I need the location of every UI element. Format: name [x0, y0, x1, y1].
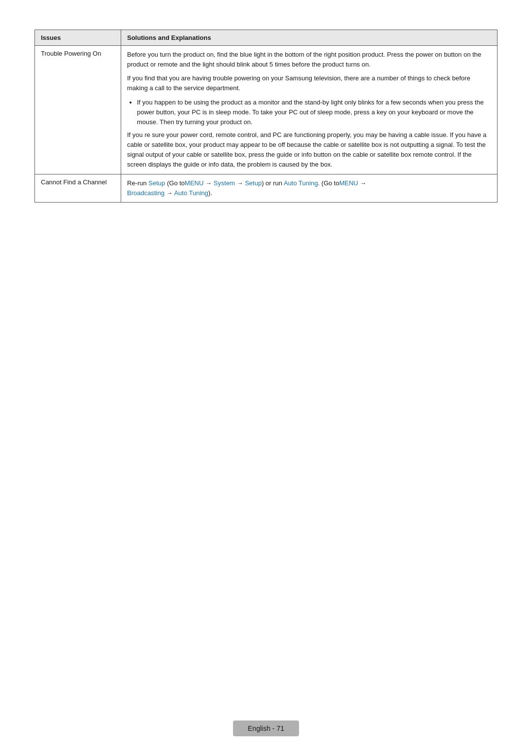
solution-cell: Re-run Setup (Go toMENU → System → Setup… [121, 174, 498, 202]
auto-tuning-link-1[interactable]: Auto Tuning [284, 179, 318, 187]
page-container: Issues Solutions and Explanations Troubl… [0, 0, 532, 756]
issue-label: Trouble Powering On [35, 46, 121, 174]
arrow-4: → [165, 189, 174, 197]
channel-solution-para: Re-run Setup (Go toMENU → System → Setup… [127, 178, 491, 198]
menu-link-2[interactable]: MENU [339, 179, 358, 187]
setup-link-1[interactable]: Setup [148, 179, 165, 187]
prefix-text: Re-run [127, 179, 148, 187]
table-header-row: Issues Solutions and Explanations [35, 30, 498, 46]
arrow-2: → [235, 179, 245, 187]
broadcasting-link[interactable]: Broadcasting [127, 189, 165, 197]
auto-tuning-link-2[interactable]: Auto Tuning [174, 189, 208, 197]
issue-text: Trouble Powering On [41, 50, 101, 57]
arrow-1: → [203, 179, 213, 187]
solution-block: Before you turn the product on, find the… [127, 50, 491, 170]
header-solutions: Solutions and Explanations [121, 30, 498, 46]
table-row: Cannot Find a Channel Re-run Setup (Go t… [35, 174, 498, 202]
bullet-item-1: If you happen to be using the product as… [137, 98, 491, 127]
footer-label: English - 71 [233, 721, 299, 736]
middle-text-1: (Go to [165, 179, 185, 187]
middle-text-2: ) or run [262, 179, 284, 187]
header-issues: Issues [35, 30, 121, 46]
solution-para-1: Before you turn the product on, find the… [127, 50, 491, 69]
arrow-3: → [358, 179, 366, 187]
issues-table: Issues Solutions and Explanations Troubl… [34, 30, 498, 203]
setup-link-2[interactable]: Setup [245, 179, 262, 187]
solution-para-2: If you find that you are having trouble … [127, 73, 491, 93]
solution-cell: Before you turn the product on, find the… [121, 46, 498, 174]
solution-block-channel: Re-run Setup (Go toMENU → System → Setup… [127, 178, 491, 198]
table-row: Trouble Powering On Before you turn the … [35, 46, 498, 174]
middle-text-3: . (Go to [318, 179, 339, 187]
issue-label: Cannot Find a Channel [35, 174, 121, 202]
issue-text: Cannot Find a Channel [41, 178, 107, 186]
bullet-list: If you happen to be using the product as… [137, 98, 491, 127]
system-link[interactable]: System [214, 179, 235, 187]
menu-link-1[interactable]: MENU [185, 179, 203, 187]
solution-para-3: If you re sure your power cord, remote c… [127, 130, 491, 170]
suffix-text: ). [208, 189, 212, 197]
